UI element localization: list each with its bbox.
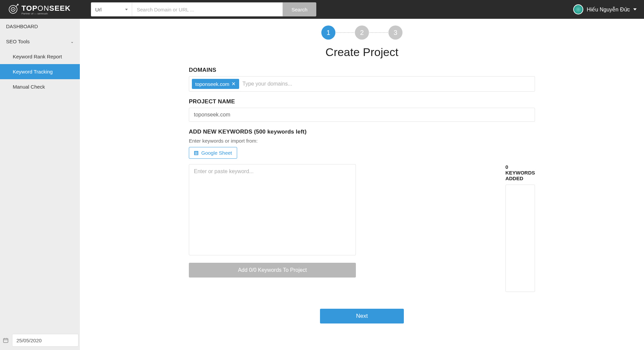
- page-title: Create Project: [189, 46, 535, 59]
- search-input[interactable]: [132, 2, 283, 16]
- google-sheet-label: Google Sheet: [201, 150, 232, 156]
- domains-label: DOMAINS: [189, 67, 535, 73]
- svg-rect-4: [3, 339, 8, 343]
- keywords-textarea[interactable]: [189, 164, 356, 255]
- top-header: TOPONSEEK Partner of — semrush Url Searc…: [0, 0, 644, 19]
- svg-point-2: [12, 9, 13, 10]
- main-content: 1 2 3 Create Project DOMAINS toponseek.c…: [80, 19, 644, 350]
- step-2[interactable]: 2: [355, 26, 369, 40]
- sidebar-item-label: SEO Tools: [6, 39, 30, 44]
- sidebar-item-keyword-rank-report[interactable]: Keyword Rank Report: [0, 49, 80, 64]
- step-connector: [370, 32, 388, 33]
- step-1[interactable]: 1: [321, 26, 335, 40]
- avatar: [573, 4, 583, 14]
- sidebar-item-dashboard[interactable]: DASHBOARD: [0, 19, 80, 34]
- user-menu[interactable]: Hiếu Nguyễn Đức: [573, 4, 637, 14]
- sidebar-item-manual-check[interactable]: Manual Check: [0, 79, 80, 94]
- domains-input-box[interactable]: toponseek.com ✕: [189, 76, 535, 92]
- domain-tag: toponseek.com ✕: [192, 79, 239, 89]
- search-type-select[interactable]: Url: [91, 2, 132, 16]
- domains-input[interactable]: [243, 81, 532, 87]
- chevron-down-icon: ⌄: [70, 39, 74, 44]
- project-name-input[interactable]: [189, 108, 535, 122]
- keywords-added-box: [505, 185, 535, 292]
- chevron-down-icon: [633, 8, 637, 10]
- svg-rect-11: [195, 154, 198, 154]
- svg-rect-10: [195, 153, 198, 154]
- google-sheet-button[interactable]: Google Sheet: [189, 147, 237, 159]
- add-keywords-button[interactable]: Add 0/0 Keywords To Project: [189, 263, 356, 278]
- keywords-hint: Enter keywords or import from:: [189, 138, 535, 144]
- stepper: 1 2 3: [189, 26, 535, 40]
- next-button[interactable]: Next: [320, 309, 404, 323]
- logo[interactable]: TOPONSEEK Partner of — semrush: [7, 4, 71, 15]
- domain-tag-text: toponseek.com: [195, 81, 229, 87]
- sidebar-item-label: Keyword Tracking: [13, 69, 53, 74]
- search-type-label: Url: [95, 7, 102, 12]
- project-name-label: PROJECT NAME: [189, 98, 535, 105]
- sidebar-item-label: DASHBOARD: [6, 23, 38, 29]
- step-3[interactable]: 3: [388, 26, 402, 40]
- sidebar-item-label: Keyword Rank Report: [13, 54, 62, 59]
- step-connector: [336, 32, 354, 33]
- date-input[interactable]: [12, 334, 78, 347]
- sidebar-item-label: Manual Check: [13, 84, 45, 90]
- svg-rect-9: [195, 152, 198, 152]
- date-picker[interactable]: [3, 334, 78, 347]
- sidebar-item-keyword-tracking[interactable]: Keyword Tracking: [0, 64, 80, 79]
- chevron-down-icon: [125, 9, 128, 10]
- calendar-icon: [3, 337, 9, 343]
- user-name: Hiếu Nguyễn Đức: [587, 6, 630, 13]
- search-group: Url Search: [91, 2, 316, 16]
- close-icon[interactable]: ✕: [231, 81, 236, 87]
- sidebar: DASHBOARD SEO Tools ⌄ Keyword Rank Repor…: [0, 19, 80, 350]
- svg-line-3: [16, 4, 18, 7]
- logo-text: TOPONSEEK: [21, 4, 71, 13]
- spreadsheet-icon: [194, 151, 199, 155]
- search-button[interactable]: Search: [283, 2, 316, 16]
- target-icon: [7, 4, 19, 15]
- keywords-label: ADD NEW KEYWORDS (500 keywords left): [189, 129, 535, 135]
- keywords-added-label: 0 KEYWORDS ADDED: [505, 164, 535, 181]
- sidebar-item-seo-tools[interactable]: SEO Tools ⌄: [0, 34, 80, 49]
